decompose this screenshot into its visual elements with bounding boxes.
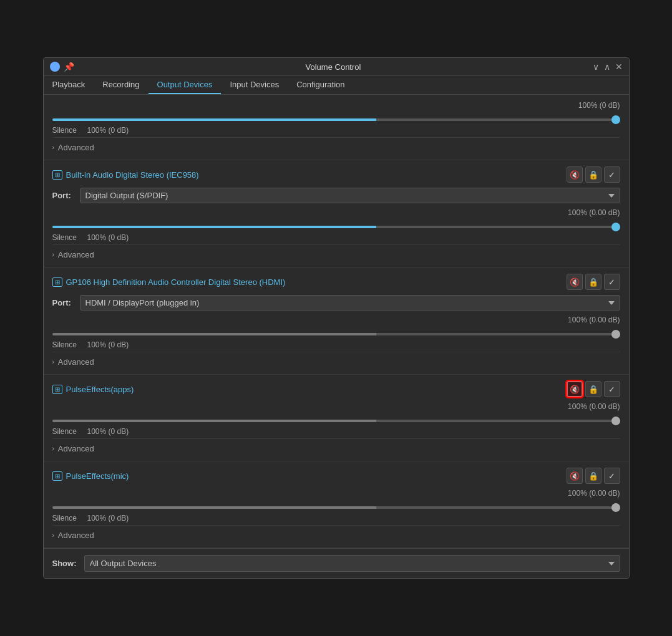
advanced-toggle-0[interactable]: › Advanced [52, 140, 620, 155]
device-pulseeffects-mic-section: ⊞ PulseEffects(mic) 🔇 🔒 ✓ 100% (0.00 dB)… [44, 461, 629, 548]
chevron-right-icon: › [52, 251, 54, 258]
silence-vol-pulse-mic: 100% (0 dB) [87, 514, 129, 523]
audio-device-icon-gp106: ⊞ [52, 277, 62, 287]
show-select[interactable]: All Output Devices Hardware Output Devic… [84, 555, 620, 572]
silence-row-pulse-mic: Silence 100% (0 dB) [52, 514, 620, 523]
volume-slider-pulse-apps[interactable] [52, 420, 620, 422]
advanced-toggle-3[interactable]: › Advanced [52, 441, 620, 456]
device-builtin-section: ⊞ Built-in Audio Digital Stereo (IEC958)… [44, 160, 629, 267]
check-button-builtin[interactable]: ✓ [604, 166, 620, 183]
silence-vol-pulse-apps: 100% (0 dB) [87, 427, 129, 436]
slider-container-pulse-mic [52, 500, 620, 511]
tab-configuration[interactable]: Configuration [288, 76, 353, 94]
close-button[interactable]: ✕ [615, 62, 623, 72]
device-header-pulse-apps: ⊞ PulseEffects(apps) 🔇 🔒 ✓ [52, 381, 620, 397]
slider-container-builtin [52, 219, 620, 231]
tab-playback[interactable]: Playback [44, 76, 94, 94]
device-controls-pulse-mic: 🔇 🔒 ✓ [567, 468, 620, 484]
advanced-toggle-4[interactable]: › Advanced [52, 528, 620, 542]
slider-container [52, 112, 620, 123]
volume-slider[interactable] [52, 118, 620, 121]
window-controls: ∨ ∧ ✕ [593, 62, 623, 72]
advanced-label: Advanced [58, 250, 94, 259]
lock-button-pulse-apps[interactable]: 🔒 [585, 381, 601, 397]
lock-button-builtin[interactable]: 🔒 [585, 166, 601, 183]
device-name-gp106: ⊞ GP106 High Definition Audio Controller… [52, 277, 286, 287]
advanced-label: Advanced [58, 357, 94, 367]
minimize-button[interactable]: ∨ [593, 62, 599, 72]
main-window: 📌 Volume Control ∨ ∧ ✕ Playback Recordin… [43, 57, 630, 579]
chevron-right-icon: › [52, 359, 54, 365]
show-label: Show: [52, 559, 77, 568]
silence-vol: 100% (0 dB) [87, 126, 129, 135]
tab-input-devices[interactable]: Input Devices [221, 76, 288, 94]
chevron-right-icon: › [52, 445, 54, 452]
volume-slider-pulse-mic[interactable] [52, 506, 620, 509]
device-controls-pulse-apps: 🔇 🔒 ✓ [567, 381, 620, 397]
device-name-label: Built-in Audio Digital Stereo (IEC958) [66, 170, 199, 180]
mute-button-pulse-mic[interactable]: 🔇 [567, 468, 583, 484]
mute-button-gp106[interactable]: 🔇 [567, 274, 583, 290]
advanced-label: Advanced [58, 143, 94, 152]
divider [52, 244, 620, 245]
volume-display-pulse-mic: 100% (0.00 dB) [52, 489, 620, 498]
volume-slider-gp106[interactable] [52, 333, 620, 335]
port-label-gp106: Port: [52, 298, 75, 307]
check-button-pulse-mic[interactable]: ✓ [604, 468, 620, 484]
lock-button-gp106[interactable]: 🔒 [585, 274, 601, 290]
volume-percent-builtin: 100% (0.00 dB) [568, 208, 620, 217]
device-name-label-gp106: GP106 High Definition Audio Controller D… [66, 277, 286, 287]
advanced-label: Advanced [58, 531, 94, 540]
tab-recording[interactable]: Recording [94, 76, 148, 94]
content-area: 100% (0 dB) Silence 100% (0 dB) › Advanc… [44, 95, 629, 548]
tab-output-devices[interactable]: Output Devices [149, 76, 222, 94]
audio-device-icon: ⊞ [52, 170, 62, 180]
silence-vol-builtin: 100% (0 dB) [87, 233, 129, 242]
port-label: Port: [52, 191, 75, 200]
chevron-right-icon: › [52, 532, 54, 539]
app-icon [50, 62, 60, 72]
volume-display-pulse-apps: 100% (0.00 dB) [52, 402, 620, 411]
port-row-gp106: Port: HDMI / DisplayPort (plugged in) [52, 295, 620, 311]
volume-percent-gp106: 100% (0.00 dB) [568, 316, 620, 324]
check-button-gp106[interactable]: ✓ [604, 274, 620, 290]
volume-display-gp106: 100% (0.00 dB) [52, 316, 620, 324]
device-name-pulse-apps: ⊞ PulseEffects(apps) [52, 385, 134, 394]
advanced-toggle-2[interactable]: › Advanced [52, 355, 620, 369]
silence-label-pulse-mic: Silence [52, 514, 80, 523]
mute-button-pulse-apps[interactable]: 🔇 [567, 381, 583, 397]
slider-container-gp106 [52, 327, 620, 338]
volume-slider-builtin[interactable] [52, 226, 620, 228]
silence-label-builtin: Silence [52, 233, 80, 242]
silence-vol-gp106: 100% (0 dB) [87, 340, 129, 349]
port-select-builtin[interactable]: Digital Output (S/PDIF) [80, 188, 620, 203]
advanced-label: Advanced [58, 444, 94, 453]
footer: Show: All Output Devices Hardware Output… [44, 548, 629, 578]
device-header-gp106: ⊞ GP106 High Definition Audio Controller… [52, 274, 620, 290]
port-select-gp106[interactable]: HDMI / DisplayPort (plugged in) [80, 295, 620, 311]
volume-percent-pulse-mic: 100% (0.00 dB) [568, 489, 620, 498]
mute-button-builtin[interactable]: 🔇 [567, 166, 583, 183]
pin-icon[interactable]: 📌 [64, 62, 74, 72]
device-name-label-pulse-mic: PulseEffects(mic) [66, 471, 129, 481]
tab-bar: Playback Recording Output Devices Input … [44, 76, 629, 95]
chevron-right-icon: › [52, 144, 54, 151]
device-header-builtin: ⊞ Built-in Audio Digital Stereo (IEC958)… [52, 166, 620, 183]
silence-row: Silence 100% (0 dB) [52, 126, 620, 135]
device-controls-gp106: 🔇 🔒 ✓ [567, 274, 620, 290]
lock-button-pulse-mic[interactable]: 🔒 [585, 468, 601, 484]
window-title: Volume Control [74, 62, 593, 72]
maximize-button[interactable]: ∧ [604, 62, 610, 72]
silence-label: Silence [52, 126, 80, 135]
device-name-builtin: ⊞ Built-in Audio Digital Stereo (IEC958) [52, 170, 199, 180]
audio-device-icon-pulse-mic: ⊞ [52, 471, 62, 481]
silence-label-pulse-apps: Silence [52, 427, 80, 436]
check-button-pulse-apps[interactable]: ✓ [604, 381, 620, 397]
divider [52, 137, 620, 138]
advanced-toggle-1[interactable]: › Advanced [52, 248, 620, 262]
silence-row-pulse-apps: Silence 100% (0 dB) [52, 427, 620, 436]
device-gp106-section: ⊞ GP106 High Definition Audio Controller… [44, 267, 629, 375]
volume-percent-pulse-apps: 100% (0.00 dB) [568, 402, 620, 411]
audio-device-icon-pulse-apps: ⊞ [52, 385, 62, 394]
device-controls-builtin: 🔇 🔒 ✓ [567, 166, 620, 183]
